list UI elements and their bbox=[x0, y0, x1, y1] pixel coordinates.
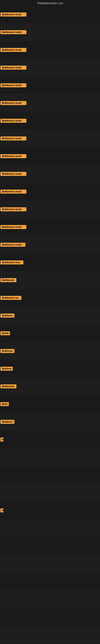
list-item: Bottleneck res bbox=[0, 289, 100, 307]
list-item: Bottleneck result bbox=[0, 236, 100, 254]
list-item bbox=[0, 555, 100, 572]
list-item bbox=[0, 484, 100, 502]
list-item: Bottleneck bbox=[0, 271, 100, 289]
list-item: Bottleneck result bbox=[0, 59, 100, 76]
list-item: Bottlene bbox=[0, 360, 100, 378]
bottleneck-result-label[interactable]: Bottleneck result bbox=[0, 83, 26, 87]
list-item: Bottleneck result bbox=[0, 76, 100, 94]
bottleneck-result-label[interactable]: Bottleneck result bbox=[0, 172, 26, 176]
list-item: Bottlenec bbox=[0, 413, 100, 431]
bottleneck-result-label[interactable]: Bottlene bbox=[0, 367, 13, 371]
bottleneck-result-label[interactable]: Bottleneck result bbox=[0, 225, 26, 229]
bottleneck-result-label[interactable]: Bottleneck result bbox=[0, 136, 26, 140]
list-item: Bottleneck result bbox=[0, 147, 100, 165]
list-item bbox=[0, 448, 100, 466]
bottleneck-result-label[interactable]: B bbox=[0, 438, 3, 442]
bottleneck-result-label[interactable]: Bottleneck result bbox=[0, 119, 26, 123]
bottleneck-result-label[interactable]: Bottle bbox=[0, 331, 10, 335]
bottleneck-result-label[interactable]: Bottleneck result bbox=[0, 190, 26, 194]
results-list: Bottleneck resultBottleneck resultBottle… bbox=[0, 6, 100, 643]
bottleneck-result-label[interactable]: Bottlenec bbox=[0, 420, 14, 424]
bottleneck-result-label[interactable]: Bottleneck resu bbox=[0, 260, 23, 264]
bottleneck-result-label[interactable]: Bottleneck result bbox=[0, 66, 26, 70]
list-item: B bbox=[0, 431, 100, 448]
bottleneck-result-label[interactable]: Bottlenec bbox=[0, 314, 14, 318]
bottleneck-result-label[interactable]: Bottleneck result bbox=[0, 243, 25, 247]
list-item bbox=[0, 519, 100, 537]
list-item: Bottleneck result bbox=[0, 130, 100, 147]
list-item: Bottleneck result bbox=[0, 183, 100, 200]
list-item bbox=[0, 572, 100, 590]
list-item: Bottle bbox=[0, 324, 100, 342]
bottleneck-result-label[interactable]: Bottleneck result bbox=[0, 207, 26, 211]
list-item: Bottleneck result bbox=[0, 165, 100, 183]
bottleneck-result-label[interactable]: Bottlenec bbox=[0, 349, 14, 353]
list-item bbox=[0, 466, 100, 484]
list-item: Bottleneck result bbox=[0, 6, 100, 23]
bottleneck-result-label[interactable]: Bottleneck bbox=[0, 384, 16, 388]
list-item bbox=[0, 537, 100, 555]
list-item: Bottleneck result bbox=[0, 218, 100, 236]
bottleneck-result-label[interactable]: Bottleneck res bbox=[0, 296, 21, 300]
bottleneck-result-label[interactable]: Bottleneck result bbox=[0, 48, 26, 52]
list-item: Bottleneck result bbox=[0, 94, 100, 112]
list-item: Bottleneck result bbox=[0, 112, 100, 130]
list-item: Bottlenec bbox=[0, 307, 100, 324]
list-item: Bottleneck result bbox=[0, 41, 100, 59]
site-header: TheBottlenecker.com bbox=[0, 0, 100, 6]
bottleneck-result-label[interactable]: Bottleneck result bbox=[0, 154, 26, 158]
bottleneck-result-label[interactable]: Bottl bbox=[0, 402, 9, 406]
list-item: B bbox=[0, 502, 100, 519]
list-item: Bottleneck result bbox=[0, 23, 100, 41]
bottleneck-result-label[interactable]: B bbox=[0, 508, 3, 512]
bottleneck-result-label[interactable]: Bottleneck result bbox=[0, 101, 26, 105]
list-item bbox=[0, 590, 100, 608]
list-item: Bottl bbox=[0, 395, 100, 413]
list-item: Bottleneck resu bbox=[0, 254, 100, 271]
bottleneck-result-label[interactable]: Bottleneck bbox=[0, 278, 16, 282]
bottleneck-result-label[interactable]: Bottleneck result bbox=[0, 30, 26, 34]
list-item: Bottlenec bbox=[0, 342, 100, 360]
list-item bbox=[0, 626, 100, 643]
list-item bbox=[0, 608, 100, 626]
list-item: Bottleneck bbox=[0, 378, 100, 395]
list-item: Bottleneck result bbox=[0, 200, 100, 218]
bottleneck-result-label[interactable]: Bottleneck result bbox=[0, 12, 26, 16]
site-title: TheBottlenecker.com bbox=[37, 2, 63, 5]
